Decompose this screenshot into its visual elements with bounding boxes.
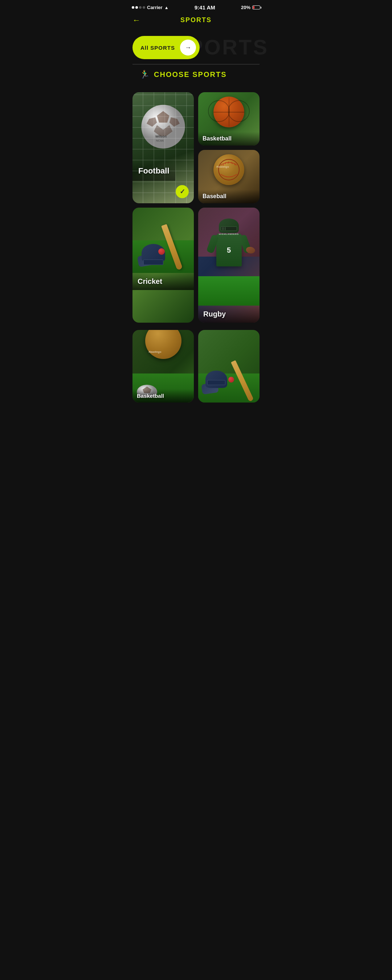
football-selected-check: ✓ [176,185,189,198]
status-bar: Carrier ▲ 9:41 AM 20% [125,0,267,13]
baseball-ball: Rawlings [214,154,244,185]
sport-card-basketball[interactable]: Basketball [198,92,260,146]
team-name: HIGHLANDERS [219,233,239,235]
field-bg [198,276,260,305]
cricket2-helmet [206,371,227,388]
sports-grid: Wilson NCAA Football ✓ Basketball [125,89,267,330]
basketball2-label: Basketball [132,389,194,402]
sport-card-rugby[interactable]: 5 HIGHLANDERS Rugby [198,208,260,323]
signal-dots [132,6,145,9]
sport-card-cricket[interactable]: Cricket [132,208,194,323]
rawlings-bottom: Rawlings [149,350,161,353]
sports-activity-icon: 🏃‍♂️ [140,70,150,79]
basketball-visual [198,92,260,132]
dot-4 [143,6,145,9]
sport-card-football[interactable]: Wilson NCAA Football ✓ [132,92,194,203]
svg-line-10 [231,162,232,164]
toggle-section: All SPORTS → [125,32,207,59]
baseball-visual: Rawlings [198,150,260,189]
toggle-arrow: → [180,40,196,56]
rugby-label: Rugby [198,305,260,323]
cricket-visual [132,208,194,273]
status-time: 9:41 AM [194,4,215,11]
cage2 [207,380,225,385]
page-header: ← SPORTS [125,13,267,31]
back-button[interactable]: ← [132,16,140,25]
status-left: Carrier ▲ [132,5,169,10]
battery-icon [252,5,260,10]
player-body: 5 [216,218,242,266]
bball-curve-left [208,100,230,122]
basketball-ball [214,97,244,127]
all-sports-toggle[interactable]: All SPORTS → [132,36,200,59]
rawlings-label: Rawlings [216,165,229,169]
rugby-helmet [219,218,239,233]
bball-curve-right [228,100,250,122]
helmet-cage [143,259,163,265]
section-title: CHOOSE SPORTS [154,70,226,79]
helmet-face-guard [221,226,237,231]
cricket-ball [158,248,165,255]
helmet-top2 [206,371,227,388]
choose-sports-section: 🏃‍♂️ CHOOSE SPORTS [125,64,267,86]
battery-fill [253,6,255,9]
wifi-icon: ▲ [164,5,169,10]
jersey-number: 5 [227,246,231,255]
all-sports-label: All SPORTS [140,45,175,51]
cricket-label: Cricket [132,273,194,290]
dot-3 [139,6,142,9]
rugby-jersey: 5 [216,234,242,266]
page-title: SPORTS [180,16,212,24]
sports-grid-bottom: Rawlings Basketball [125,330,267,410]
section-header: 🏃‍♂️ CHOOSE SPORTS [132,64,260,86]
dot-1 [132,6,134,9]
baseball-label: Baseball [198,189,260,203]
svg-line-9 [228,162,229,164]
cricket2-ball [228,377,234,383]
carrier-label: Carrier [147,5,163,10]
battery-percent: 20% [241,5,250,10]
rugby-visual: 5 HIGHLANDERS [198,208,260,305]
sport-card-baseball[interactable]: Rawlings Baseball [198,150,260,203]
baseball-svg [214,154,244,185]
basketball-label: Basketball [198,132,260,146]
dot-2 [135,6,138,9]
all-sports-section: All SPORTS → SPORTS [125,31,267,60]
sport-card-cricket2[interactable] [198,330,260,402]
svg-line-8 [225,162,226,164]
bottom-ball: Rawlings [145,330,182,359]
sport-card-basketball2[interactable]: Rawlings Basketball [132,330,194,402]
status-right: 20% [241,5,260,10]
